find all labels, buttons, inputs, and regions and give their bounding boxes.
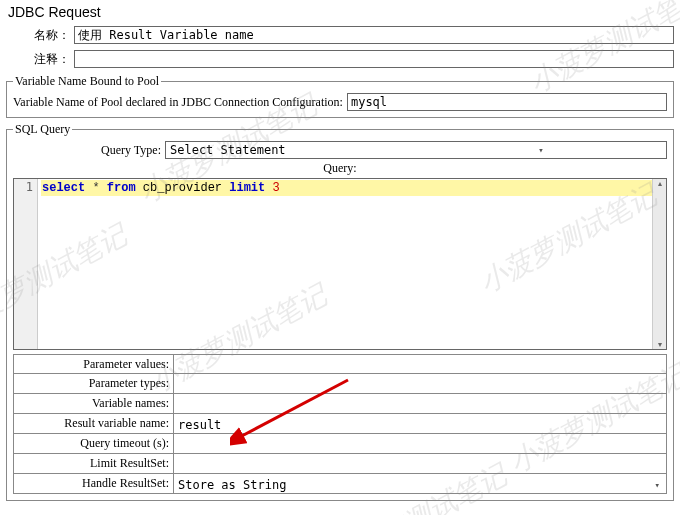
editor-gutter: 1 bbox=[14, 179, 38, 349]
sql-line: select * from cb_provider limit 3 bbox=[41, 180, 663, 196]
sql-query-group: SQL Query Query Type: Select Statement ▾… bbox=[6, 122, 674, 501]
var-names-input[interactable] bbox=[178, 398, 662, 412]
result-var-input[interactable] bbox=[178, 418, 662, 432]
line-number: 1 bbox=[14, 180, 33, 194]
kw-num: 3 bbox=[272, 181, 279, 195]
kw-limit: limit bbox=[229, 181, 265, 195]
param-types-label: Parameter types: bbox=[14, 374, 174, 393]
query-editor-label: Query: bbox=[13, 161, 667, 176]
editor-scrollbar[interactable]: ▴ ▾ bbox=[652, 179, 666, 349]
chevron-down-icon: ▾ bbox=[655, 480, 662, 490]
handle-resultset-value: Store as String bbox=[178, 478, 286, 492]
var-names-label: Variable names: bbox=[14, 394, 174, 413]
kw-from: from bbox=[107, 181, 136, 195]
pool-legend: Variable Name Bound to Pool bbox=[13, 74, 161, 89]
handle-resultset-label: Handle ResultSet: bbox=[14, 474, 174, 493]
comment-input[interactable] bbox=[74, 50, 674, 68]
scroll-down-icon: ▾ bbox=[653, 340, 666, 349]
query-timeout-label: Query timeout (s): bbox=[14, 434, 174, 453]
limit-resultset-input[interactable] bbox=[178, 458, 662, 472]
param-values-label: Parameter values: bbox=[14, 355, 174, 373]
kw-select: select bbox=[42, 181, 85, 195]
handle-resultset-combo[interactable]: Store as String ▾ bbox=[174, 474, 666, 493]
chevron-down-icon: ▾ bbox=[416, 145, 666, 155]
query-timeout-input[interactable] bbox=[178, 438, 662, 452]
pool-var-label: Variable Name of Pool declared in JDBC C… bbox=[13, 95, 347, 110]
page-title: JDBC Request bbox=[6, 4, 674, 20]
param-types-input[interactable] bbox=[178, 378, 662, 392]
result-var-label: Result variable name: bbox=[14, 414, 174, 433]
query-type-combo[interactable]: Select Statement ▾ bbox=[165, 141, 667, 159]
comment-label: 注释： bbox=[6, 51, 74, 68]
pool-var-input[interactable] bbox=[347, 93, 667, 111]
kw-table: cb_provider bbox=[143, 181, 222, 195]
sql-legend: SQL Query bbox=[13, 122, 72, 137]
name-input[interactable] bbox=[74, 26, 674, 44]
pool-group: Variable Name Bound to Pool Variable Nam… bbox=[6, 74, 674, 118]
limit-resultset-label: Limit ResultSet: bbox=[14, 454, 174, 473]
name-label: 名称： bbox=[6, 27, 74, 44]
param-values-input[interactable] bbox=[178, 358, 662, 372]
query-type-value: Select Statement bbox=[166, 143, 416, 157]
kw-star: * bbox=[92, 181, 99, 195]
sql-editor[interactable]: 1 select * from cb_provider limit 3 ▴ ▾ bbox=[13, 178, 667, 350]
scroll-up-icon: ▴ bbox=[653, 179, 666, 188]
code-area[interactable]: select * from cb_provider limit 3 bbox=[38, 179, 666, 349]
query-type-label: Query Type: bbox=[13, 143, 165, 158]
